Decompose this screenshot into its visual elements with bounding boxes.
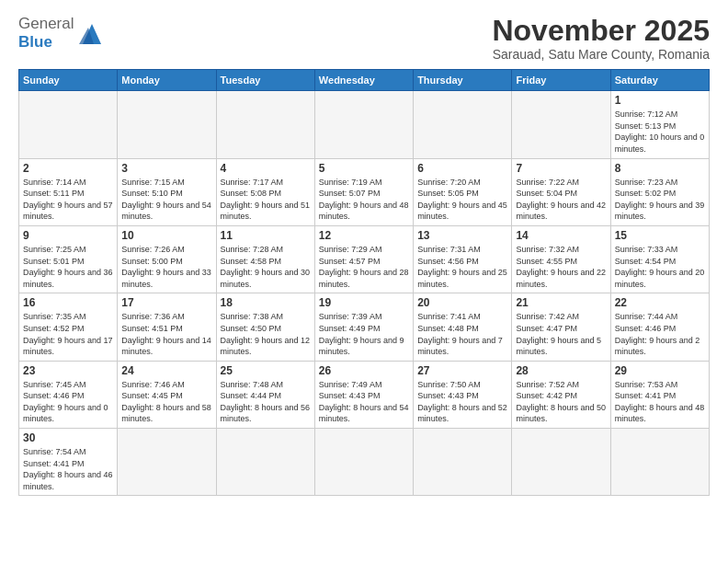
day-info: Sunrise: 7:12 AMSunset: 5:13 PMDaylight:… <box>615 109 705 155</box>
table-row <box>414 429 512 496</box>
day-info: Sunrise: 7:23 AMSunset: 5:02 PMDaylight:… <box>615 177 705 223</box>
table-row: 15Sunrise: 7:33 AMSunset: 4:54 PMDayligh… <box>610 225 709 293</box>
table-row: 13Sunrise: 7:31 AMSunset: 4:56 PMDayligh… <box>414 225 512 293</box>
day-number: 11 <box>221 229 311 242</box>
day-number: 10 <box>121 229 211 242</box>
day-number: 13 <box>417 229 507 242</box>
table-row: 1Sunrise: 7:12 AMSunset: 5:13 PMDaylight… <box>610 91 709 158</box>
table-row: 22Sunrise: 7:44 AMSunset: 4:46 PMDayligh… <box>610 293 709 361</box>
logo-icon <box>75 20 105 46</box>
day-number: 22 <box>615 296 705 309</box>
table-row: 24Sunrise: 7:46 AMSunset: 4:45 PMDayligh… <box>118 361 216 428</box>
day-number: 28 <box>516 364 606 377</box>
title-block: November 2025 Sarauad, Satu Mare County,… <box>492 15 710 62</box>
table-row: 27Sunrise: 7:50 AMSunset: 4:43 PMDayligh… <box>414 361 512 428</box>
header-wednesday: Wednesday <box>314 70 413 91</box>
table-row: 7Sunrise: 7:22 AMSunset: 5:04 PMDaylight… <box>512 158 610 225</box>
day-number: 12 <box>319 229 409 242</box>
calendar-subtitle: Sarauad, Satu Mare County, Romania <box>492 47 710 62</box>
calendar-table: Sunday Monday Tuesday Wednesday Thursday… <box>18 69 710 496</box>
day-number: 2 <box>23 162 113 175</box>
calendar-week-row: 30Sunrise: 7:54 AMSunset: 4:41 PMDayligh… <box>19 429 710 496</box>
day-info: Sunrise: 7:32 AMSunset: 4:55 PMDaylight:… <box>516 244 606 290</box>
table-row: 3Sunrise: 7:15 AMSunset: 5:10 PMDaylight… <box>118 158 216 225</box>
table-row <box>414 91 512 158</box>
day-info: Sunrise: 7:50 AMSunset: 4:43 PMDaylight:… <box>417 379 507 425</box>
page: General Blue November 2025 Sarauad, Satu… <box>0 0 728 563</box>
day-number: 27 <box>417 364 507 377</box>
header-saturday: Saturday <box>610 70 709 91</box>
day-info: Sunrise: 7:14 AMSunset: 5:11 PMDaylight:… <box>23 177 113 223</box>
day-number: 16 <box>23 296 113 309</box>
day-info: Sunrise: 7:15 AMSunset: 5:10 PMDaylight:… <box>121 177 211 223</box>
day-number: 5 <box>319 162 409 175</box>
day-info: Sunrise: 7:53 AMSunset: 4:41 PMDaylight:… <box>615 379 705 425</box>
table-row: 26Sunrise: 7:49 AMSunset: 4:43 PMDayligh… <box>314 361 413 428</box>
table-row: 25Sunrise: 7:48 AMSunset: 4:44 PMDayligh… <box>216 361 314 428</box>
day-info: Sunrise: 7:35 AMSunset: 4:52 PMDaylight:… <box>23 311 113 357</box>
day-info: Sunrise: 7:19 AMSunset: 5:07 PMDaylight:… <box>319 177 409 223</box>
day-info: Sunrise: 7:46 AMSunset: 4:45 PMDaylight:… <box>121 379 211 425</box>
table-row: 19Sunrise: 7:39 AMSunset: 4:49 PMDayligh… <box>314 293 413 361</box>
table-row <box>512 91 610 158</box>
header-sunday: Sunday <box>19 70 118 91</box>
table-row: 9Sunrise: 7:25 AMSunset: 5:01 PMDaylight… <box>19 225 118 293</box>
day-number: 14 <box>516 229 606 242</box>
day-number: 30 <box>23 431 113 444</box>
day-info: Sunrise: 7:31 AMSunset: 4:56 PMDaylight:… <box>417 244 507 290</box>
day-number: 18 <box>221 296 311 309</box>
day-info: Sunrise: 7:44 AMSunset: 4:46 PMDaylight:… <box>615 311 705 357</box>
calendar-week-row: 2Sunrise: 7:14 AMSunset: 5:11 PMDaylight… <box>19 158 710 225</box>
table-row: 6Sunrise: 7:20 AMSunset: 5:05 PMDaylight… <box>414 158 512 225</box>
header-monday: Monday <box>118 70 216 91</box>
table-row: 17Sunrise: 7:36 AMSunset: 4:51 PMDayligh… <box>118 293 216 361</box>
table-row <box>118 91 216 158</box>
table-row: 12Sunrise: 7:29 AMSunset: 4:57 PMDayligh… <box>314 225 413 293</box>
day-info: Sunrise: 7:41 AMSunset: 4:48 PMDaylight:… <box>417 311 507 357</box>
table-row: 11Sunrise: 7:28 AMSunset: 4:58 PMDayligh… <box>216 225 314 293</box>
day-info: Sunrise: 7:22 AMSunset: 5:04 PMDaylight:… <box>516 177 606 223</box>
day-info: Sunrise: 7:25 AMSunset: 5:01 PMDaylight:… <box>23 244 113 290</box>
table-row: 30Sunrise: 7:54 AMSunset: 4:41 PMDayligh… <box>19 429 118 496</box>
day-number: 4 <box>221 162 311 175</box>
calendar-week-row: 23Sunrise: 7:45 AMSunset: 4:46 PMDayligh… <box>19 361 710 428</box>
day-info: Sunrise: 7:36 AMSunset: 4:51 PMDaylight:… <box>121 311 211 357</box>
day-info: Sunrise: 7:26 AMSunset: 5:00 PMDaylight:… <box>121 244 211 290</box>
table-row: 2Sunrise: 7:14 AMSunset: 5:11 PMDaylight… <box>19 158 118 225</box>
day-number: 1 <box>615 94 705 107</box>
logo: General Blue <box>18 15 105 52</box>
day-info: Sunrise: 7:45 AMSunset: 4:46 PMDaylight:… <box>23 379 113 425</box>
calendar-week-row: 1Sunrise: 7:12 AMSunset: 5:13 PMDaylight… <box>19 91 710 158</box>
calendar-week-row: 9Sunrise: 7:25 AMSunset: 5:01 PMDaylight… <box>19 225 710 293</box>
table-row: 29Sunrise: 7:53 AMSunset: 4:41 PMDayligh… <box>610 361 709 428</box>
day-info: Sunrise: 7:29 AMSunset: 4:57 PMDaylight:… <box>319 244 409 290</box>
table-row: 10Sunrise: 7:26 AMSunset: 5:00 PMDayligh… <box>118 225 216 293</box>
table-row: 21Sunrise: 7:42 AMSunset: 4:47 PMDayligh… <box>512 293 610 361</box>
table-row <box>512 429 610 496</box>
day-number: 21 <box>516 296 606 309</box>
day-number: 6 <box>417 162 507 175</box>
calendar-title: November 2025 <box>492 15 710 47</box>
table-row: 4Sunrise: 7:17 AMSunset: 5:08 PMDaylight… <box>216 158 314 225</box>
table-row: 20Sunrise: 7:41 AMSunset: 4:48 PMDayligh… <box>414 293 512 361</box>
table-row <box>314 91 413 158</box>
table-row <box>610 429 709 496</box>
day-number: 3 <box>121 162 211 175</box>
header: General Blue November 2025 Sarauad, Satu… <box>18 15 710 62</box>
logo-text: General Blue <box>18 15 74 52</box>
table-row: 18Sunrise: 7:38 AMSunset: 4:50 PMDayligh… <box>216 293 314 361</box>
day-info: Sunrise: 7:33 AMSunset: 4:54 PMDaylight:… <box>615 244 705 290</box>
day-number: 20 <box>417 296 507 309</box>
table-row <box>314 429 413 496</box>
table-row <box>19 91 118 158</box>
table-row: 5Sunrise: 7:19 AMSunset: 5:07 PMDaylight… <box>314 158 413 225</box>
day-number: 19 <box>319 296 409 309</box>
day-number: 7 <box>516 162 606 175</box>
table-row: 28Sunrise: 7:52 AMSunset: 4:42 PMDayligh… <box>512 361 610 428</box>
day-number: 29 <box>615 364 705 377</box>
day-info: Sunrise: 7:17 AMSunset: 5:08 PMDaylight:… <box>221 177 311 223</box>
table-row <box>118 429 216 496</box>
day-number: 15 <box>615 229 705 242</box>
header-friday: Friday <box>512 70 610 91</box>
day-info: Sunrise: 7:39 AMSunset: 4:49 PMDaylight:… <box>319 311 409 357</box>
